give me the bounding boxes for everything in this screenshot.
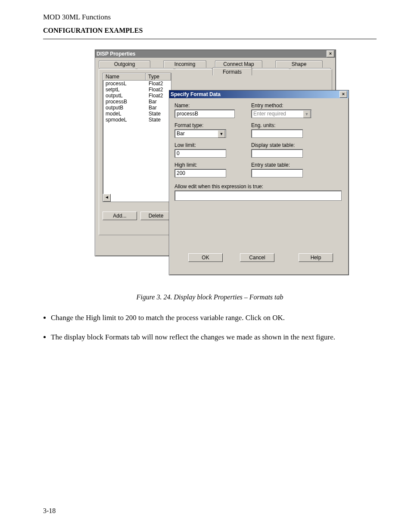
section-title: CONFIGURATION EXAMPLES xyxy=(43,27,377,34)
chevron-down-icon[interactable]: ▼ xyxy=(218,130,225,138)
specify-format-dialog: Specify Format Data × Name: processB For… xyxy=(169,90,349,275)
formats-list[interactable]: Name Type processLFloat2 setptLFloat2 ou… xyxy=(103,73,171,202)
disp-title-text: DISP Properties xyxy=(97,51,135,57)
low-limit-label: Low limit: xyxy=(174,142,196,148)
eng-units-label: Eng. units: xyxy=(251,122,276,128)
tab-shape[interactable]: Shape xyxy=(275,60,323,68)
close-icon[interactable]: × xyxy=(327,50,334,57)
list-item[interactable]: modeLState xyxy=(103,111,171,117)
list-item[interactable]: outputLFloat2 xyxy=(103,93,171,99)
name-label: Name: xyxy=(174,103,190,109)
list-item[interactable]: spmodeLState xyxy=(103,117,171,123)
entry-method-select: Enter required ▼ xyxy=(251,109,311,118)
tab-incoming[interactable]: Incoming xyxy=(163,60,206,68)
entry-state-table-label: Entry state table: xyxy=(251,162,290,168)
format-dialog-title: Specify Format Data xyxy=(171,91,221,97)
format-dialog-titlebar: Specify Format Data × xyxy=(169,90,349,98)
running-header: MOD 30ML Functions xyxy=(43,13,377,22)
header-rule xyxy=(43,39,377,39)
high-limit-label: High limit: xyxy=(174,162,197,168)
close-icon[interactable]: × xyxy=(339,91,347,98)
name-field[interactable]: processB xyxy=(174,109,235,118)
delete-button[interactable]: Delete xyxy=(140,212,171,220)
help-button[interactable]: Help xyxy=(299,253,333,262)
figure-caption: Figure 3. 24. Display block Properties –… xyxy=(43,293,377,301)
entry-state-table-field[interactable] xyxy=(251,169,303,177)
instruction-list: Change the High limit to 200 to match th… xyxy=(51,313,377,342)
display-state-table-label: Display state table: xyxy=(251,142,295,148)
cancel-button[interactable]: Cancel xyxy=(240,253,274,262)
instruction-item: The display block Formats tab will now r… xyxy=(51,333,377,342)
list-item[interactable]: processLFloat2 xyxy=(103,81,171,87)
instruction-item: Change the High limit to 200 to match th… xyxy=(51,313,377,323)
allow-edit-label: Allow edit when this expression is true: xyxy=(174,184,263,190)
high-limit-field[interactable]: 200 xyxy=(174,169,226,177)
scroll-left-icon[interactable]: ◄ xyxy=(103,194,111,202)
allow-edit-field[interactable] xyxy=(174,190,342,201)
list-item[interactable]: processBBar xyxy=(103,99,171,105)
add-button[interactable]: Add... xyxy=(103,212,137,220)
list-header-name[interactable]: Name xyxy=(103,73,146,80)
display-state-table-field[interactable] xyxy=(251,149,303,158)
figure-number: Figure 3. 24. xyxy=(137,293,174,301)
format-type-label: Format type: xyxy=(174,122,203,128)
eng-units-field[interactable] xyxy=(251,129,303,138)
tab-connect-map[interactable]: Connect Map xyxy=(215,60,262,68)
page-number: 3-18 xyxy=(43,507,56,515)
chevron-down-icon: ▼ xyxy=(303,110,311,118)
tab-outgoing[interactable]: Outgoing xyxy=(99,60,150,68)
format-type-select[interactable]: Bar ▼ xyxy=(174,129,226,138)
disp-titlebar: DISP Properties × xyxy=(95,50,336,58)
low-limit-field[interactable]: 0 xyxy=(174,149,226,158)
entry-method-label: Entry method: xyxy=(251,103,283,109)
list-item[interactable]: outputBBar xyxy=(103,105,171,111)
list-header-type[interactable]: Type xyxy=(146,73,171,80)
list-body: processLFloat2 setptLFloat2 outputLFloat… xyxy=(103,81,171,123)
figure-text: Display block Properties – Formats tab xyxy=(174,293,283,301)
tab-formats[interactable]: Formats xyxy=(212,67,252,75)
screenshot-figure: DISP Properties × Outgoing Incoming Conn… xyxy=(95,50,349,278)
list-item[interactable]: setptLFloat2 xyxy=(103,87,171,93)
ok-button[interactable]: OK xyxy=(188,253,223,262)
